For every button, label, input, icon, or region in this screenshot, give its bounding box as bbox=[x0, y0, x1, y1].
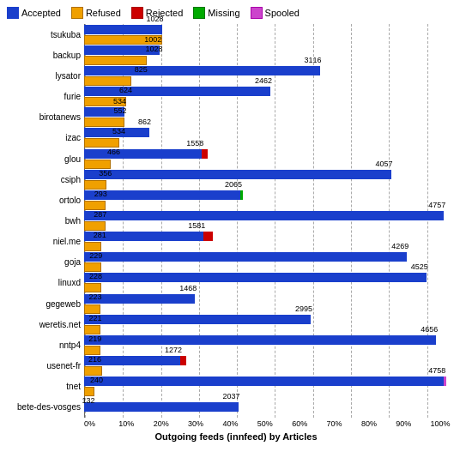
bar-track: 1002825 bbox=[84, 48, 465, 62]
legend-item-missing: Missing bbox=[193, 7, 239, 19]
refused-label: 825 bbox=[135, 65, 148, 74]
legend-label-spooled: Spooled bbox=[265, 8, 300, 18]
accepted-bar: 2065 bbox=[84, 190, 240, 200]
row-label: tnet bbox=[7, 382, 84, 391]
bar-track: 4656216 bbox=[84, 338, 465, 352]
refused-label: 293 bbox=[94, 190, 107, 198]
refused-label: 240 bbox=[90, 376, 103, 384]
refused-row: 219 bbox=[84, 325, 465, 334]
accepted-row: 2462 bbox=[84, 87, 465, 96]
bar-track: 862466 bbox=[84, 131, 465, 145]
refused-row: 240 bbox=[84, 366, 465, 376]
refused-bar: 221 bbox=[84, 304, 100, 314]
refused-label: 466 bbox=[107, 148, 120, 156]
bar-row: ortolo2065287 bbox=[7, 190, 465, 210]
accepted-bar: 4525 bbox=[84, 273, 427, 282]
accepted-row: 1272 bbox=[84, 356, 465, 365]
rejected-bar bbox=[203, 232, 213, 241]
accepted-row: 4656 bbox=[84, 335, 465, 345]
accepted-row: 1028 bbox=[84, 25, 465, 34]
accepted-label: 3116 bbox=[305, 56, 322, 64]
refused-row: 287 bbox=[84, 201, 465, 210]
accepted-bar: 2995 bbox=[84, 315, 311, 324]
accepted-label: 1581 bbox=[188, 221, 205, 230]
refused-row: 228 bbox=[84, 262, 465, 272]
accepted-row: 4269 bbox=[84, 252, 465, 262]
refused-label: 287 bbox=[94, 210, 106, 219]
bar-pair: 4757281 bbox=[84, 211, 465, 231]
refused-row: 293 bbox=[84, 180, 465, 190]
accepted-bar: 4269 bbox=[84, 252, 407, 262]
x-tick: 30% bbox=[188, 419, 222, 428]
bar-row: birotanews534534 bbox=[7, 107, 465, 128]
legend-item-accepted: Accepted bbox=[7, 7, 61, 19]
bar-row: usenet-fr1272240 bbox=[7, 356, 465, 377]
accepted-bar: 2037 bbox=[84, 402, 239, 412]
refused-bar: 132 bbox=[84, 387, 94, 396]
accepted-row: 4057 bbox=[84, 170, 465, 179]
row-label: gegeweb bbox=[7, 299, 84, 309]
refused-label: 281 bbox=[94, 231, 106, 239]
missing-bar bbox=[240, 190, 243, 200]
refused-bar: 356 bbox=[84, 160, 111, 169]
bar-row: bete-des-vosges2037 bbox=[7, 397, 465, 418]
refused-bar: 223 bbox=[84, 283, 101, 292]
spooled-bar bbox=[444, 377, 446, 386]
accepted-label: 862 bbox=[138, 117, 151, 126]
rows-area: tsukuba10281028backup1002825lysator31166… bbox=[7, 24, 465, 418]
refused-row: 552 bbox=[84, 97, 465, 106]
refused-bar: 534 bbox=[84, 117, 124, 127]
refused-label: 1028 bbox=[146, 45, 163, 53]
refused-row: 281 bbox=[84, 221, 465, 231]
refused-row: 223 bbox=[84, 283, 465, 292]
accepted-bar: 2462 bbox=[84, 87, 270, 96]
accepted-row: 534 bbox=[84, 107, 465, 117]
refused-bar: 240 bbox=[84, 366, 102, 376]
bar-pair: 1468221 bbox=[84, 294, 465, 314]
bar-track: 2065287 bbox=[84, 193, 465, 207]
row-label: goja bbox=[7, 257, 84, 267]
bar-row: linuxd4525223 bbox=[7, 273, 465, 293]
row-label: usenet-fr bbox=[7, 361, 84, 371]
accepted-label: 1468 bbox=[179, 284, 197, 292]
x-tick: 100% bbox=[431, 419, 465, 428]
row-label: nntp4 bbox=[7, 340, 84, 350]
row-label: birotanews bbox=[7, 112, 84, 122]
row-label: backup bbox=[7, 51, 84, 60]
refused-bar: 229 bbox=[84, 242, 101, 251]
x-axis: 0%10%20%30%40%50%60%70%80%90%100% bbox=[84, 419, 465, 428]
legend-item-spooled: Spooled bbox=[251, 7, 300, 19]
accepted-row: 862 bbox=[84, 128, 465, 137]
refused-row: 624 bbox=[84, 76, 465, 86]
refused-bar: 293 bbox=[84, 180, 106, 190]
accepted-row: 4525 bbox=[84, 273, 465, 282]
refused-bar: 216 bbox=[84, 346, 100, 355]
accepted-row: 2065 bbox=[84, 190, 465, 200]
refused-label: 229 bbox=[89, 251, 102, 260]
bar-pair: 1002825 bbox=[84, 45, 465, 65]
refused-bar: 228 bbox=[84, 262, 101, 272]
x-tick: 40% bbox=[222, 419, 257, 428]
accepted-row: 1558 bbox=[84, 149, 465, 159]
refused-row: 221 bbox=[84, 304, 465, 314]
legend-color-spooled bbox=[251, 7, 263, 19]
accepted-bar: 1558 bbox=[84, 149, 202, 159]
x-tick: 0% bbox=[84, 419, 118, 428]
bar-track: 4057293 bbox=[84, 172, 465, 186]
refused-label: 356 bbox=[99, 169, 112, 178]
row-label: linuxd bbox=[7, 278, 84, 287]
legend-label-refused: Refused bbox=[86, 8, 121, 18]
accepted-row: 1002 bbox=[84, 45, 465, 55]
bar-pair: 2037 bbox=[84, 402, 465, 412]
accepted-row: 1581 bbox=[84, 232, 465, 241]
refused-label: 534 bbox=[112, 127, 125, 136]
bar-row: weretis.net2995219 bbox=[7, 314, 465, 334]
row-label: ortolo bbox=[7, 196, 84, 205]
accepted-bar: 3116 bbox=[84, 66, 320, 75]
accepted-label: 2995 bbox=[295, 304, 312, 313]
bar-row: backup1002825 bbox=[7, 45, 465, 65]
bar-row: furie2462552 bbox=[7, 86, 465, 106]
accepted-label: 1028 bbox=[147, 15, 164, 23]
bar-pair: 862466 bbox=[84, 128, 465, 148]
refused-bar: 219 bbox=[84, 325, 100, 334]
